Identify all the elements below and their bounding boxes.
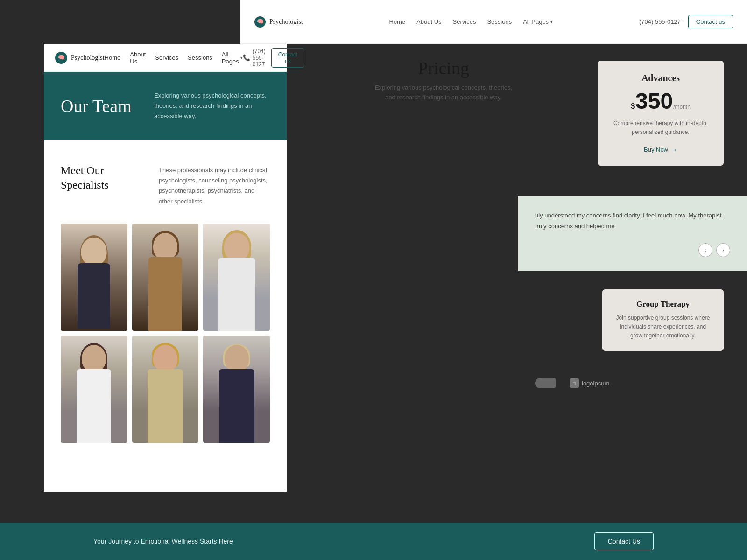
nav-sessions[interactable]: Sessions [188,54,212,61]
pricing-card: Advances $ 350 /month Comprehensive ther… [598,61,724,166]
logos-area: □ logoipsum [518,369,747,398]
bottom-cta: Your Journey to Emotional Wellness Start… [0,523,747,560]
team-intro: Meet Our Specialists These professionals… [61,163,270,206]
nav-brand-name: Psychologist [71,54,105,62]
bg-nav-right: (704) 555-0127 Contact us [639,15,733,28]
person-5-silhouette [137,345,193,443]
group-therapy-card: Group Therapy Join supportive group sess… [602,289,724,351]
team-photo-1 [61,224,127,331]
main-container: 🧠 Psychologist Home About Us Services Se… [44,44,287,492]
person-6-silhouette [209,345,265,443]
person-4-silhouette [66,345,122,443]
bg-phone: (704) 555-0127 [639,18,681,25]
phone-number: (704) 555-0127 [253,48,266,68]
buy-now-button[interactable]: Buy Now → [644,146,677,154]
arrow-icon: → [671,146,677,154]
pricing-title: Advances [612,73,710,84]
bg-contact-button[interactable]: Contact us [688,15,733,28]
pricing-dollar: $ [631,102,635,111]
bottom-cta-text: Your Journey to Emotional Wellness Start… [93,538,233,545]
pricing-buy-container: Buy Now → [612,145,710,154]
bg-pricing-desc: Exploring various psychological concepts… [374,83,514,103]
person-3-silhouette [209,233,265,331]
pricing-amount: 350 [635,90,673,112]
team-heading: Meet Our Specialists [61,163,140,206]
hero-description: Exploring various psychological concepts… [154,91,270,121]
nav-links[interactable]: Home About Us Services Sessions All Page… [105,51,243,65]
nav-right: 📞 (704) 555-0127 Contact us [243,48,304,68]
group-therapy-title: Group Therapy [614,300,712,309]
team-section: Meet Our Specialists These professionals… [44,140,287,466]
bg-nav-services: Services [453,18,476,25]
pricing-price-container: $ 350 /month [612,90,710,112]
testimonial-prev-button[interactable]: ‹ [698,243,712,257]
logoipsum-icon: □ [570,378,579,388]
nav-about[interactable]: About Us [130,51,146,65]
testimonial-next-button[interactable]: › [716,243,730,257]
bg-brand-icon: 🧠 [254,16,266,28]
team-photo-2 [132,224,199,331]
logo-2: □ logoipsum [570,378,609,388]
testimonial-section: uly understood my concerns find clarity.… [518,196,747,271]
brand-icon: 🧠 [55,52,67,64]
bg-nav-sessions: Sessions [487,18,512,25]
pricing-description: Comprehensive therapy with in-depth, per… [612,119,710,137]
logo-shape-icon [535,378,556,388]
hero-banner: Our Team Exploring various psychological… [44,72,287,140]
logo-1 [535,378,556,388]
bg-brand: 🧠 Psychologist [254,16,303,28]
bg-page-pricing: Pricing Exploring various psychological … [280,44,607,103]
phone-container: 📞 (704) 555-0127 [243,48,266,68]
testimonial-text: uly understood my concerns find clarity.… [535,210,730,232]
bottom-contact-button[interactable]: Contact Us [594,532,654,550]
team-photo-6 [203,336,270,443]
team-photo-4 [61,336,127,443]
nav-allpages[interactable]: All Pages ▾ [222,51,243,65]
testimonial-nav: ‹ › [535,243,730,257]
team-description: These professionals may include clinical… [159,163,270,206]
nav-brand: 🧠 Psychologist [55,52,105,64]
bg-pricing-title: Pricing [280,58,607,78]
person-1-silhouette [66,238,122,331]
team-photo-5 [132,336,199,443]
nav-services[interactable]: Services [155,54,178,61]
bg-brand-name: Psychologist [269,18,303,26]
navbar: 🧠 Psychologist Home About Us Services Se… [44,44,287,72]
pricing-period: /month [673,104,691,110]
bg-nav-about: About Us [416,18,441,25]
team-photo-3 [203,224,270,331]
nav-home[interactable]: Home [105,54,121,61]
person-2-silhouette [137,233,193,331]
bg-nav-allpages: All Pages▾ [523,18,553,25]
bg-nav: Home About Us Services Sessions All Page… [389,18,553,25]
logoipsum-text: logoipsum [582,380,609,387]
photo-grid [61,224,270,443]
hero-title: Our Team [61,96,135,116]
bg-nav-home: Home [389,18,405,25]
group-therapy-description: Join supportive group sessions where ind… [614,314,712,341]
contact-button[interactable]: Contact us [271,48,304,68]
phone-icon: 📞 [243,54,250,62]
